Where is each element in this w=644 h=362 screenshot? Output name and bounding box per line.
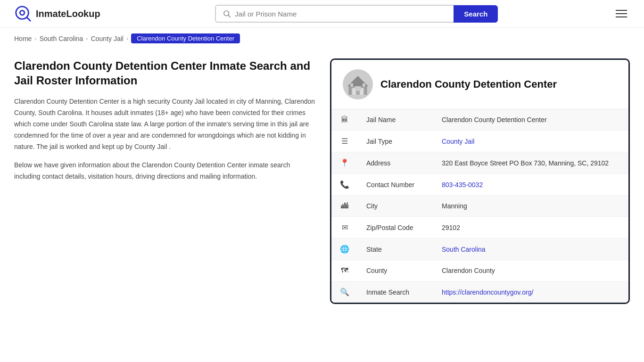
row-value[interactable]: https://clarendoncountygov.org/: [433, 281, 628, 303]
search-bar: Search: [215, 5, 498, 23]
main-content: Clarendon County Detention Center Inmate…: [0, 49, 644, 323]
row-label: Inmate Search: [358, 281, 433, 303]
logo-text: InmateLookup: [36, 8, 100, 19]
row-label: Jail Type: [358, 131, 433, 152]
row-icon-cell: 🔍: [331, 281, 358, 303]
table-row: 🌐 State South Carolina: [331, 239, 628, 260]
breadcrumb-sep-1: ›: [34, 35, 36, 42]
row-value: Clarendon County Detention Center: [433, 109, 628, 131]
row-value[interactable]: South Carolina: [433, 239, 628, 260]
breadcrumb: Home › South Carolina › County Jail › Cl…: [0, 28, 644, 49]
page-title: Clarendon County Detention Center Inmate…: [14, 58, 316, 88]
facility-thumbnail: [343, 69, 373, 99]
hamburger-line-1: [616, 10, 627, 11]
row-label: City: [358, 196, 433, 217]
row-value: Clarendon County: [433, 260, 628, 281]
svg-rect-9: [355, 86, 361, 91]
row-icon-cell: 🌐: [331, 239, 358, 260]
row-icon-cell: ✉: [331, 217, 358, 239]
breadcrumb-sep-2: ›: [86, 35, 88, 42]
svg-line-2: [27, 17, 31, 21]
facility-panel: Clarendon County Detention Center 🏛 Jail…: [330, 58, 630, 304]
info-link[interactable]: County Jail: [442, 138, 474, 145]
row-value: Manning: [433, 196, 628, 217]
building-icon: [346, 72, 370, 97]
breadcrumb-state[interactable]: South Carolina: [40, 35, 83, 42]
svg-line-4: [229, 15, 231, 17]
header: InmateLookup Search: [0, 0, 644, 28]
table-row: ✉ Zip/Postal Code 29102: [331, 217, 628, 239]
info-link[interactable]: South Carolina: [442, 246, 486, 253]
svg-rect-10: [350, 83, 353, 86]
row-icon: ☰: [341, 137, 348, 145]
logo[interactable]: InmateLookup: [14, 5, 100, 23]
logo-icon: [14, 5, 32, 23]
info-link[interactable]: 803-435-0032: [442, 181, 483, 189]
page-description-2: Below we have given information about th…: [14, 160, 316, 182]
row-label: Address: [358, 152, 433, 174]
svg-point-1: [20, 10, 25, 15]
hamburger-line-3: [616, 16, 627, 17]
breadcrumb-current: Clarendon County Detention Center: [131, 33, 240, 43]
row-icon-cell: 🏙: [331, 196, 358, 217]
row-icon: 🗺: [341, 266, 348, 274]
row-icon: 📞: [340, 181, 349, 189]
row-label: Zip/Postal Code: [358, 217, 433, 239]
panel-facility-name: Clarendon County Detention Center: [380, 78, 557, 90]
search-button[interactable]: Search: [454, 5, 498, 23]
facility-info-table: 🏛 Jail Name Clarendon County Detention C…: [331, 109, 628, 303]
row-icon: 🏛: [341, 115, 348, 123]
breadcrumb-jail-type[interactable]: County Jail: [91, 35, 124, 42]
row-icon: ✉: [342, 223, 348, 231]
page-description-1: Clarendon County Detention Center is a h…: [14, 96, 316, 152]
search-input[interactable]: [235, 10, 447, 18]
left-column: Clarendon County Detention Center Inmate…: [14, 58, 316, 190]
row-label: Jail Name: [358, 109, 433, 131]
row-icon: 🔍: [340, 288, 349, 296]
row-value[interactable]: County Jail: [433, 131, 628, 152]
row-icon: 📍: [340, 159, 349, 167]
search-input-wrap: [215, 5, 454, 23]
hamburger-line-2: [616, 13, 627, 14]
row-icon-cell: 🏛: [331, 109, 358, 131]
row-icon-cell: 🗺: [331, 260, 358, 281]
info-value: Clarendon County Detention Center: [442, 116, 547, 123]
table-row: 📍 Address 320 East Boyce Street PO Box 7…: [331, 152, 628, 174]
table-row: 🔍 Inmate Search https://clarendoncountyg…: [331, 281, 628, 303]
row-label: County: [358, 260, 433, 281]
hamburger-menu-button[interactable]: [613, 7, 630, 20]
row-label: State: [358, 239, 433, 260]
table-row: ☰ Jail Type County Jail: [331, 131, 628, 152]
search-icon: [223, 9, 231, 18]
info-value: 29102: [442, 224, 460, 231]
breadcrumb-home[interactable]: Home: [14, 35, 32, 42]
info-value: Manning: [442, 202, 467, 210]
row-icon-cell: 📍: [331, 152, 358, 174]
row-value[interactable]: 803-435-0032: [433, 174, 628, 196]
info-value: Clarendon County: [442, 267, 495, 274]
row-icon: 🏙: [341, 202, 348, 210]
row-label: Contact Number: [358, 174, 433, 196]
info-value: 320 East Boyce Street PO Box 730, Mannin…: [442, 159, 609, 167]
svg-rect-12: [349, 86, 351, 95]
table-row: 🏙 City Manning: [331, 196, 628, 217]
info-link[interactable]: https://clarendoncountygov.org/: [442, 288, 533, 296]
svg-rect-13: [365, 86, 366, 95]
row-icon-cell: ☰: [331, 131, 358, 152]
svg-rect-11: [363, 83, 365, 86]
row-icon-cell: 📞: [331, 174, 358, 196]
breadcrumb-sep-3: ›: [126, 35, 128, 42]
panel-header: Clarendon County Detention Center: [331, 60, 628, 109]
row-icon: 🌐: [340, 245, 349, 253]
table-row: 🗺 County Clarendon County: [331, 260, 628, 281]
table-row: 📞 Contact Number 803-435-0032: [331, 174, 628, 196]
row-value: 320 East Boyce Street PO Box 730, Mannin…: [433, 152, 628, 174]
row-value: 29102: [433, 217, 628, 239]
table-row: 🏛 Jail Name Clarendon County Detention C…: [331, 109, 628, 131]
